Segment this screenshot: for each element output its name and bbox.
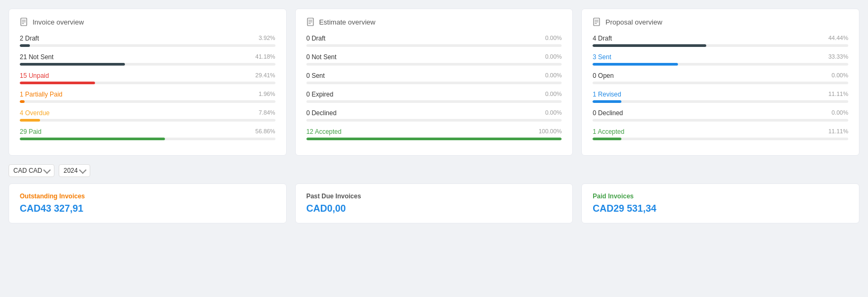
estimate-overview-title: Estimate overview [306,18,562,26]
stat-label: 12 Accepted [306,128,342,135]
bar-track [306,44,562,47]
stat-label: 0 Draft [306,35,326,42]
stat-row: 0 Declined0.00% [593,109,848,122]
stat-label: 4 Draft [593,35,612,42]
stat-label: 0 Expired [306,91,334,98]
invoice-icon [20,18,28,26]
estimate-icon [306,18,315,26]
stat-label: 21 Not Sent [20,53,53,61]
stat-pct: 0.00% [545,109,562,117]
pastdue-title: Past Due Invoices [306,192,562,200]
stat-row: 4 Draft44.44% [593,35,848,47]
stat-label: 3 Sent [593,53,611,61]
stat-row: 2 Draft3.92% [20,35,275,47]
stat-label: 1 Accepted [593,128,624,135]
bar-track [593,82,848,84]
bar-track [593,44,848,47]
stat-row: 0 Draft0.00% [306,35,562,47]
stat-row: 21 Not Sent41.18% [20,53,275,66]
bar-track [306,119,562,122]
bar-fill [306,138,562,140]
bar-fill [20,119,40,122]
stat-label: 1 Partially Paid [20,91,62,98]
stat-pct: 0.00% [545,72,562,79]
bar-track [593,63,848,66]
pastdue-amount: CAD0,00 [306,203,562,214]
stat-row: 0 Not Sent0.00% [306,53,562,66]
filter-row: CAD CAD 2024 [9,164,859,177]
outstanding-invoices-card: Outstanding Invoices CAD43 327,91 [9,183,287,223]
currency-chevron-icon [43,166,51,173]
bar-track [306,100,562,103]
bar-fill [20,138,165,140]
stat-pct: 41.18% [255,53,275,61]
stat-label: 1 Revised [593,91,621,98]
bar-track [593,100,848,103]
proposal-stats: 4 Draft44.44%3 Sent33.33%0 Open0.00%1 Re… [593,35,848,140]
stat-row: 1 Partially Paid1.96% [20,91,275,103]
stat-row: 1 Accepted11.11% [593,128,848,140]
stat-row: 0 Declined0.00% [306,109,562,122]
stat-row: 15 Unpaid29.41% [20,72,275,84]
stat-pct: 29.41% [255,72,275,79]
bar-track [593,138,848,140]
bar-track [20,82,275,84]
estimate-stats: 0 Draft0.00%0 Not Sent0.00%0 Sent0.00%0 … [306,35,562,140]
bar-track [20,138,275,140]
stat-pct: 33.33% [828,53,848,61]
bottom-section: CAD CAD 2024 Outstanding Invoices CAD43 … [9,164,859,223]
stat-pct: 1.96% [258,91,275,98]
bar-fill [593,100,621,103]
proposal-overview-card: Proposal overview 4 Draft44.44%3 Sent33.… [581,9,859,156]
stat-pct: 0.00% [832,109,848,117]
stat-label: 29 Paid [20,128,42,135]
stat-row: 29 Paid56.86% [20,128,275,140]
stat-label: 4 Overdue [20,109,50,117]
stat-label: 0 Open [593,72,613,79]
estimate-overview-card: Estimate overview 0 Draft0.00%0 Not Sent… [295,9,573,156]
bar-track [20,119,275,122]
stat-label: 15 Unpaid [20,72,49,79]
bar-track [20,100,275,103]
year-chevron-icon [79,166,86,173]
bar-track [593,119,848,122]
bar-fill [20,82,95,84]
stat-pct: 0.00% [832,72,848,79]
past-due-invoices-card: Past Due Invoices CAD0,00 [295,183,573,223]
stat-row: 0 Open0.00% [593,72,848,84]
stat-label: 0 Sent [306,72,325,79]
stat-row: 0 Sent0.00% [306,72,562,84]
stat-label: 2 Draft [20,35,39,42]
bar-fill [593,63,678,66]
bar-track [20,44,275,47]
invoice-overview-card: Invoice overview 2 Draft3.92%21 Not Sent… [9,9,287,156]
stat-label: 0 Declined [306,109,337,117]
outstanding-title: Outstanding Invoices [20,192,275,200]
summary-cards: Outstanding Invoices CAD43 327,91 Past D… [9,183,859,223]
stat-pct: 0.00% [545,53,562,61]
year-filter[interactable]: 2024 [59,164,90,177]
stat-pct: 11.11% [828,91,848,98]
bar-fill [593,44,706,47]
currency-filter[interactable]: CAD CAD [9,164,54,177]
invoice-stats: 2 Draft3.92%21 Not Sent41.18%15 Unpaid29… [20,35,275,140]
stat-pct: 0.00% [545,35,562,42]
bar-track [306,82,562,84]
proposal-overview-title: Proposal overview [593,18,848,26]
paid-invoices-card: Paid Invoices CAD29 531,34 [581,183,859,223]
stat-row: 0 Expired0.00% [306,91,562,103]
bar-track [20,63,275,66]
bar-fill [20,63,125,66]
stat-row: 4 Overdue7.84% [20,109,275,122]
outstanding-amount: CAD43 327,91 [20,203,275,214]
stat-row: 3 Sent33.33% [593,53,848,66]
stat-row: 12 Accepted100.00% [306,128,562,140]
stat-pct: 11.11% [828,128,848,135]
proposal-icon [593,18,601,26]
stat-pct: 0.00% [545,91,562,98]
stat-row: 1 Revised11.11% [593,91,848,103]
stat-pct: 44.44% [828,35,848,42]
paid-amount: CAD29 531,34 [593,203,848,214]
stat-pct: 7.84% [258,109,275,117]
bar-fill [593,138,621,140]
